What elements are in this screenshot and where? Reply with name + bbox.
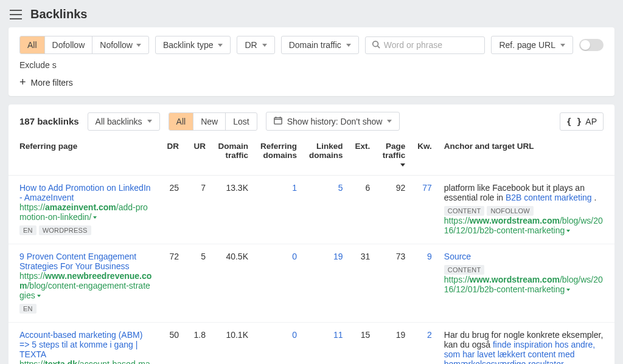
filters-panel: All Dofollow Nofollow Backlink type DR D… — [9, 27, 614, 96]
api-button[interactable]: { } AP — [560, 112, 604, 131]
badge: WORDPRESS — [39, 225, 91, 235]
anchor-link[interactable]: Source — [444, 252, 471, 261]
cell-ref-domains: 1 — [254, 176, 303, 244]
all-backlinks-label: All backlinks — [96, 117, 142, 126]
chevron-down-icon — [218, 44, 223, 47]
kw-link[interactable]: 2 — [427, 330, 432, 340]
backlinks-table: Referring page DR UR Domain traffic Refe… — [9, 137, 614, 364]
anchor-text: Source — [444, 252, 471, 261]
all-backlinks-dropdown[interactable]: All backlinks — [88, 112, 160, 131]
mode-new[interactable]: New — [193, 113, 225, 130]
col-anchor[interactable]: Anchor and target URL — [438, 137, 614, 176]
col-ext[interactable]: Ext. — [349, 137, 377, 176]
more-filters-row[interactable]: + More filters — [19, 76, 604, 89]
col-dr[interactable]: DR — [158, 137, 185, 176]
chevron-down-icon — [147, 120, 152, 123]
backlink-type-dropdown[interactable]: Backlink type — [155, 36, 231, 54]
svg-rect-2 — [274, 118, 282, 125]
cell-ref-page: How to Add Promotion on LinkedIn - Amaze… — [9, 176, 158, 244]
follow-filter-group: All Dofollow Nofollow — [19, 36, 149, 54]
col-kw[interactable]: Kw. — [411, 137, 438, 176]
target-url[interactable]: https://www.wordstream.com/blog/ws/2016/… — [444, 275, 603, 294]
sort-desc-icon — [400, 163, 405, 167]
col-domain-traffic[interactable]: Domain traffic — [212, 137, 254, 176]
search-input[interactable] — [384, 40, 479, 50]
backlinks-count: 187 backlinks — [19, 116, 79, 126]
content-panel: 187 backlinks All backlinks All New Lost… — [9, 105, 614, 364]
cell-kw: 77 — [411, 176, 438, 244]
table-row: How to Add Promotion on LinkedIn - Amaze… — [9, 176, 614, 244]
ref-domains-link[interactable]: 1 — [292, 183, 297, 193]
cell-page-traffic: 73 — [376, 244, 411, 323]
target-url[interactable]: https://www.wordstream.com/blog/ws/2016/… — [444, 216, 603, 235]
badge: EN — [19, 304, 37, 314]
filter-all[interactable]: All — [20, 36, 44, 53]
domain-traffic-dropdown[interactable]: Domain traffic — [281, 36, 359, 54]
col-page-traffic[interactable]: Page traffic — [376, 137, 411, 176]
ref-domains-link[interactable]: 0 — [292, 330, 297, 340]
col-linked-domains[interactable]: Linked domains — [303, 137, 349, 176]
col-ur[interactable]: UR — [185, 137, 212, 176]
domain-traffic-label: Domain traffic — [289, 40, 341, 50]
cell-linked-domains: 5 — [303, 176, 349, 244]
ref-page-title[interactable]: 9 Proven Content Engagement Strategies F… — [19, 252, 136, 271]
cell-anchor: Har du brug for nogle konkrete eksempler… — [438, 323, 614, 365]
cell-page-traffic: 92 — [376, 176, 411, 244]
anchor-text: platform like Facebook but it plays an e… — [444, 183, 597, 202]
linked-domains-link[interactable]: 11 — [333, 330, 343, 340]
search-field[interactable] — [365, 36, 486, 54]
kw-link[interactable]: 77 — [422, 183, 432, 193]
filter-nofollow-label: Nofollow — [100, 40, 133, 50]
exclude-toggle[interactable] — [579, 39, 604, 51]
linked-domains-link[interactable]: 19 — [333, 252, 343, 261]
backlink-type-label: Backlink type — [163, 40, 213, 50]
ref-page-title[interactable]: How to Add Promotion on LinkedIn - Amaze… — [19, 183, 151, 202]
cell-dr: 50 — [158, 323, 185, 365]
braces-icon: { } — [566, 117, 582, 126]
ref-domains-link[interactable]: 0 — [292, 252, 297, 261]
page-header: Backlinks — [0, 0, 623, 27]
cell-ur: 1.8 — [185, 323, 212, 365]
mode-lost[interactable]: Lost — [225, 113, 256, 130]
cell-ur: 7 — [185, 176, 212, 244]
dr-dropdown[interactable]: DR — [237, 36, 274, 54]
svg-point-0 — [373, 41, 378, 46]
ref-page-url-dropdown[interactable]: Ref. page URL — [491, 36, 573, 54]
show-history-dropdown[interactable]: Show history: Don't show — [266, 112, 400, 131]
anchor-link[interactable]: B2B content marketing — [506, 193, 592, 202]
cell-ext: 15 — [349, 323, 377, 365]
svg-line-1 — [377, 46, 380, 48]
menu-icon[interactable] — [10, 10, 22, 19]
col-page-traffic-label: Page traffic — [383, 142, 406, 160]
cell-ref-domains: 0 — [254, 323, 303, 365]
search-icon — [372, 40, 380, 50]
cell-ref-page: Account-based marketing (ABM) => 5 steps… — [9, 323, 158, 365]
badge: CONTENT — [444, 206, 485, 216]
plus-icon: + — [19, 76, 26, 89]
mode-all[interactable]: All — [169, 113, 193, 130]
ref-page-url[interactable]: https://www.newbreedrevenue.com/blog/con… — [19, 271, 151, 300]
ref-page-title[interactable]: Account-based marketing (ABM) => 5 steps… — [19, 330, 142, 359]
mode-group: All New Lost — [169, 112, 257, 131]
chevron-down-icon — [346, 44, 351, 47]
chevron-down-icon — [387, 120, 392, 123]
badge: NOFOLLOW — [487, 206, 534, 216]
ref-page-url[interactable]: https://texta.dk/account-based-marketing… — [19, 359, 150, 364]
anchor-link[interactable]: finde inspiration hos andre, som har lav… — [444, 340, 595, 364]
col-ref-domains[interactable]: Referring domains — [254, 137, 303, 176]
chevron-down-icon — [566, 230, 570, 232]
show-history-label: Show history: Don't show — [287, 117, 383, 126]
filter-dofollow[interactable]: Dofollow — [44, 36, 92, 53]
col-referring-page[interactable]: Referring page — [9, 137, 158, 176]
cell-dr: 72 — [158, 244, 185, 323]
badge: CONTENT — [444, 265, 485, 275]
cell-ext: 31 — [349, 244, 377, 323]
cell-ur: 5 — [185, 244, 212, 323]
dr-label: DR — [245, 40, 257, 50]
chevron-down-icon — [262, 44, 267, 47]
filter-nofollow[interactable]: Nofollow — [92, 36, 148, 53]
linked-domains-link[interactable]: 5 — [338, 183, 343, 193]
badge: EN — [19, 225, 37, 235]
kw-link[interactable]: 9 — [427, 252, 432, 261]
ref-page-url[interactable]: https://amazeinvent.com/add-promotion-on… — [19, 202, 148, 222]
